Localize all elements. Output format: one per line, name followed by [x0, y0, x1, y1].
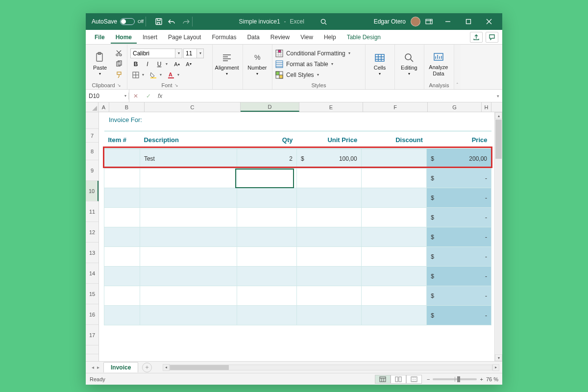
tab-data[interactable]: Data: [242, 31, 264, 44]
user-name[interactable]: Edgar Otero: [374, 18, 406, 25]
share-icon[interactable]: [470, 32, 483, 43]
tab-help[interactable]: Help: [319, 31, 341, 44]
copy-icon[interactable]: [113, 59, 124, 69]
row-header[interactable]: 14: [86, 263, 98, 284]
column-header[interactable]: B: [109, 102, 145, 112]
table-row[interactable]: $-: [104, 227, 491, 247]
row-header[interactable]: 17: [86, 325, 98, 345]
maximize-button[interactable]: [458, 13, 479, 30]
chevron-down-icon[interactable]: ▾: [122, 94, 128, 98]
ribbon-display-icon[interactable]: [425, 18, 433, 25]
table-row[interactable]: $-: [104, 208, 491, 227]
scroll-left-icon[interactable]: ◂: [163, 364, 170, 371]
scroll-up-icon[interactable]: ▴: [495, 112, 502, 119]
zoom-slider[interactable]: − + 76 %: [427, 376, 498, 382]
tab-view[interactable]: View: [295, 31, 318, 44]
normal-view-icon[interactable]: [375, 375, 391, 384]
row-header[interactable]: [86, 345, 98, 354]
minimize-button[interactable]: [438, 13, 458, 30]
search-icon[interactable]: [320, 18, 327, 25]
page-layout-view-icon[interactable]: [391, 375, 406, 384]
number-button[interactable]: % Number ▾: [246, 48, 269, 80]
chevron-down-icon[interactable]: ▾: [175, 49, 182, 58]
cells-button[interactable]: Cells ▾: [368, 48, 391, 80]
column-header[interactable]: G: [428, 102, 482, 112]
table-row[interactable]: $-: [104, 306, 491, 325]
underline-button[interactable]: U: [154, 59, 165, 69]
analyze-data-button[interactable]: Analyze Data: [427, 48, 450, 80]
prev-sheet-icon[interactable]: ◂: [92, 365, 94, 370]
format-as-table-button[interactable]: Format as Table▾: [275, 59, 350, 69]
comments-icon[interactable]: [486, 32, 498, 43]
tab-file[interactable]: File: [90, 31, 110, 44]
toggle-off-icon[interactable]: [120, 18, 135, 25]
row-header[interactable]: 12: [86, 222, 98, 243]
font-name-input[interactable]: [130, 49, 175, 58]
close-button[interactable]: [479, 13, 499, 30]
increase-font-icon[interactable]: A▴: [172, 59, 182, 69]
alignment-button[interactable]: Alignment ▾: [216, 48, 238, 80]
table-row[interactable]: $-: [104, 188, 491, 208]
zoom-out-icon[interactable]: −: [427, 376, 430, 382]
italic-button[interactable]: I: [142, 59, 153, 69]
row-header[interactable]: 10: [86, 181, 98, 201]
column-header[interactable]: C: [145, 102, 241, 112]
font-size-input[interactable]: [183, 49, 197, 58]
new-sheet-icon[interactable]: ＋: [142, 363, 152, 372]
column-header[interactable]: F: [363, 102, 428, 112]
table-row[interactable]: $-: [104, 247, 491, 267]
autosave-toggle[interactable]: AutoSave Off: [92, 18, 144, 25]
scroll-right-icon[interactable]: ▸: [492, 364, 499, 371]
chevron-down-icon[interactable]: ▾: [197, 49, 204, 58]
fill-color-icon[interactable]: [148, 70, 159, 80]
tab-review[interactable]: Review: [266, 31, 294, 44]
horizontal-scrollbar[interactable]: ◂ ▸: [163, 364, 499, 371]
row-header[interactable]: 13: [86, 243, 98, 263]
cells-area[interactable]: Invoice For: Item #DescriptionQtyUnit Pr…: [99, 112, 494, 361]
tab-table-design[interactable]: Table Design: [342, 31, 386, 44]
conditional-formatting-button[interactable]: Conditional Formatting▾: [275, 49, 350, 58]
tab-formulas[interactable]: Formulas: [207, 31, 241, 44]
name-box-input[interactable]: [86, 93, 122, 99]
table-row[interactable]: $-: [104, 267, 491, 286]
tab-page-layout[interactable]: Page Layout: [163, 31, 206, 44]
column-header[interactable]: D: [241, 102, 299, 112]
zoom-level[interactable]: 76 %: [486, 376, 498, 382]
font-dialog-icon[interactable]: ↘: [174, 83, 178, 88]
borders-icon[interactable]: [130, 70, 141, 80]
next-sheet-icon[interactable]: ▸: [97, 365, 99, 370]
vertical-scrollbar[interactable]: ▴ ▾: [494, 112, 502, 361]
scroll-down-icon[interactable]: ▾: [495, 354, 502, 361]
table-row[interactable]: Test2$100,00$200,00: [104, 149, 491, 169]
page-break-view-icon[interactable]: [406, 375, 422, 384]
formula-input[interactable]: [165, 93, 493, 99]
tab-insert[interactable]: Insert: [138, 31, 162, 44]
bold-button[interactable]: B: [130, 59, 141, 69]
save-icon[interactable]: [155, 18, 163, 25]
row-header[interactable]: 15: [86, 284, 98, 304]
row-header[interactable]: 9: [86, 160, 98, 181]
avatar[interactable]: [411, 17, 420, 26]
clipboard-dialog-icon[interactable]: ↘: [117, 83, 121, 88]
zoom-in-icon[interactable]: +: [480, 376, 483, 382]
undo-icon[interactable]: [168, 18, 176, 25]
cell-styles-button[interactable]: Cell Styles▾: [275, 70, 350, 80]
row-header[interactable]: [86, 112, 98, 129]
redo-icon[interactable]: [181, 18, 190, 25]
font-color-icon[interactable]: A: [166, 70, 176, 80]
collapse-ribbon-icon[interactable]: ˄: [454, 45, 461, 89]
table-row[interactable]: $-: [104, 169, 491, 188]
row-header[interactable]: 7: [86, 129, 98, 143]
tab-home[interactable]: Home: [111, 31, 137, 44]
fx-label[interactable]: fx: [155, 93, 165, 99]
row-header[interactable]: 11: [86, 201, 98, 222]
row-header[interactable]: 16: [86, 304, 98, 325]
cancel-icon[interactable]: ✕: [129, 93, 142, 99]
column-header[interactable]: H: [482, 102, 491, 112]
column-header[interactable]: A: [98, 102, 109, 112]
row-header[interactable]: 8: [86, 143, 98, 160]
column-header[interactable]: E: [299, 102, 363, 112]
enter-icon[interactable]: ✓: [142, 93, 155, 99]
select-all-corner[interactable]: [86, 102, 98, 112]
cut-icon[interactable]: [113, 49, 124, 58]
